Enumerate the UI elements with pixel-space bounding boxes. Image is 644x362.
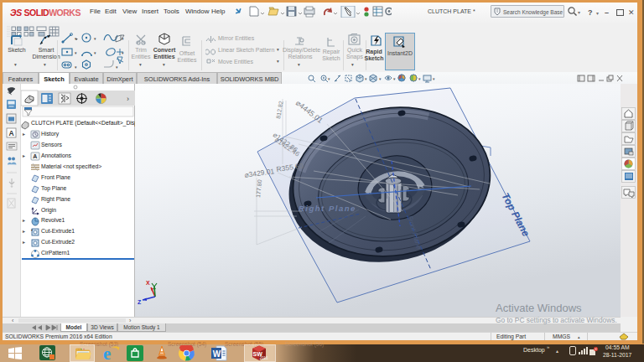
svg-text:›: › — [129, 318, 132, 323]
svg-text:▾: ▾ — [31, 228, 33, 232]
svg-text:▾: ▾ — [418, 76, 421, 81]
svg-text:Right Plane: Right Plane — [299, 204, 356, 213]
svg-text:▾: ▾ — [75, 50, 77, 55]
svg-text:▾: ▾ — [379, 76, 382, 81]
svg-text:▾: ▾ — [433, 76, 435, 81]
svg-text:A: A — [9, 129, 14, 137]
svg-text:▾: ▾ — [393, 76, 396, 81]
svg-text:2016: 2016 — [260, 356, 269, 360]
svg-text:X: X — [146, 280, 150, 286]
svg-text:W: W — [213, 349, 221, 359]
svg-text:▸: ▸ — [23, 229, 25, 234]
svg-text:Z: Z — [138, 299, 142, 305]
svg-text:▸: ▸ — [23, 153, 25, 158]
svg-text:▾: ▾ — [94, 36, 96, 41]
svg-text:‹: ‹ — [12, 318, 14, 323]
svg-text:▸: ▸ — [23, 218, 25, 223]
svg-text:▾: ▾ — [75, 65, 77, 70]
svg-text:Activate Windows: Activate Windows — [496, 302, 582, 314]
svg-text:▾: ▾ — [94, 50, 96, 55]
svg-text:e: e — [103, 344, 111, 362]
svg-text:▾: ▾ — [365, 76, 367, 81]
svg-text:A: A — [33, 153, 37, 159]
svg-text:▾: ▾ — [328, 76, 330, 81]
svg-text:▸: ▸ — [23, 132, 25, 137]
svg-text:▸: ▸ — [23, 240, 25, 245]
svg-text:›: › — [127, 95, 129, 103]
